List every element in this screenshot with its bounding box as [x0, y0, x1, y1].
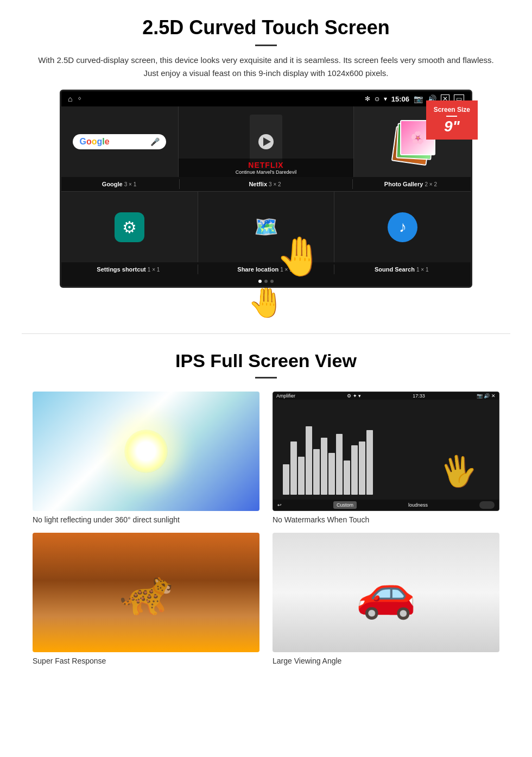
g-maps-container: 🗺️ — [254, 216, 278, 238]
settings-app-name: Settings shortcut — [97, 266, 145, 273]
amp-hand-icon: 🖐 — [437, 451, 480, 492]
eq-bar-11 — [359, 441, 365, 495]
status-time: 15:06 — [391, 95, 409, 103]
status-bar: ⌂ ᛜ ✻ ⊙ ▾ 15:06 📷 🔊 ✕ ▭ — [61, 91, 471, 106]
car-image: 🚗 — [273, 533, 499, 652]
label-share-location: Share location 1 × 1 — [198, 264, 335, 274]
netflix-logo: NETFLIX — [183, 161, 349, 169]
share-app-name: Share location — [237, 266, 278, 273]
photos-app-name: Photo Gallery — [384, 181, 423, 187]
eq-bar-2 — [290, 441, 297, 495]
bluetooth-icon: ✻ — [365, 95, 370, 103]
app-grid-top: Google 🎤 — [61, 106, 471, 177]
google-app-name: Google — [102, 181, 123, 187]
wifi-icon: ▾ — [384, 95, 387, 103]
google-search-bar[interactable]: Google 🎤 — [73, 134, 166, 149]
section2-title: IPS Full Screen View — [33, 350, 499, 371]
amp-icons: ⚙ ✦ ▾ — [347, 393, 361, 399]
camera-icon: 📷 — [414, 94, 423, 103]
image-box-amplifier: Amplifier ⚙ ✦ ▾ 17:33 📷 🔊 ✕ — [273, 392, 499, 524]
screen-size-badge: Screen Size 9" — [426, 100, 478, 140]
sunlight-image — [33, 392, 259, 511]
app-cell-netflix[interactable]: NETFLIX Continue Marvel's Daredevil — [179, 106, 354, 177]
photos-app-dim: 2 × 2 — [425, 181, 437, 187]
app-cell-share-location[interactable]: 🗺️ 🤚 — [198, 192, 335, 262]
usb-icon: ᛜ — [78, 95, 81, 103]
settings-cell-content: ⚙ — [61, 192, 198, 262]
eq-bar-9 — [344, 460, 350, 495]
image-grid-bottom: 🐆 Super Fast Response 🚗 Large Viewing An… — [33, 533, 499, 665]
section1-divider — [255, 45, 277, 46]
image-grid-top: No light reflecting under 360° direct su… — [33, 392, 499, 524]
car-icon: 🚗 — [356, 564, 416, 621]
eq-bar-3 — [298, 457, 305, 495]
sunlight-caption: No light reflecting under 360° direct su… — [33, 515, 259, 524]
cheetah-icon: 🐆 — [119, 567, 173, 618]
app-grid-bottom: ⚙ 🗺️ 🤚 ♪ — [61, 191, 471, 262]
app-labels-bottom: Settings shortcut 1 × 1 Share location 1… — [61, 262, 471, 276]
image-box-car: 🚗 Large Viewing Angle — [273, 533, 499, 665]
google-logo: Google — [79, 137, 109, 147]
device-mockup: Screen Size 9" ⌂ ᛜ ✻ ⊙ ▾ 15:06 📷 🔊 ✕ — [60, 90, 472, 288]
netflix-cell-content: NETFLIX Continue Marvel's Daredevil — [179, 106, 353, 177]
section-ips-screen: IPS Full Screen View No light reflecting… — [0, 339, 532, 690]
amplifier-image: Amplifier ⚙ ✦ ▾ 17:33 📷 🔊 ✕ — [273, 392, 499, 511]
sound-search-icon: ♪ — [388, 212, 417, 242]
amplifier-caption: No Watermarks When Touch — [273, 515, 499, 524]
hand-below-icon: 🤚 — [248, 285, 285, 320]
section1-title: 2.5D Curved Touch Screen — [33, 16, 499, 39]
netflix-subtitle: Continue Marvel's Daredevil — [183, 169, 349, 175]
app-cell-settings[interactable]: ⚙ — [61, 192, 198, 262]
label-netflix: Netflix 3 × 2 — [180, 179, 353, 189]
eq-bar-6 — [321, 438, 327, 495]
eq-bar-12 — [366, 430, 373, 495]
app-cell-sound-search[interactable]: ♪ — [334, 192, 471, 262]
eq-bar-5 — [313, 449, 320, 495]
label-settings: Settings shortcut 1 × 1 — [61, 264, 198, 274]
loudness-toggle[interactable] — [479, 501, 495, 509]
section1-description: With 2.5D curved-display screen, this de… — [33, 54, 499, 80]
device-screen: ⌂ ᛜ ✻ ⊙ ▾ 15:06 📷 🔊 ✕ ▭ — [60, 90, 472, 288]
section-curved-screen: 2.5D Curved Touch Screen With 2.5D curve… — [0, 0, 532, 328]
label-google: Google 3 × 1 — [61, 179, 180, 189]
app-labels-top: Google 3 × 1 Netflix 3 × 2 Photo Gallery… — [61, 177, 471, 191]
eq-bar-4 — [306, 426, 312, 495]
mic-icon: 🎤 — [150, 137, 160, 146]
sun-burst — [124, 430, 168, 473]
cheetah-image: 🐆 — [33, 533, 259, 652]
amp-status-bar: Amplifier ⚙ ✦ ▾ 17:33 📷 🔊 ✕ — [273, 392, 499, 400]
image-box-sunlight: No light reflecting under 360° direct su… — [33, 392, 259, 524]
custom-button[interactable]: Custom — [333, 501, 357, 509]
status-bar-left: ⌂ ᛜ — [68, 94, 81, 103]
eq-bar-8 — [336, 434, 343, 495]
section2-divider — [255, 377, 277, 379]
amp-back-icon: ↩ — [277, 502, 282, 508]
label-sound-search: Sound Search 1 × 1 — [334, 264, 471, 274]
netflix-overlay: NETFLIX Continue Marvel's Daredevil — [179, 159, 353, 177]
play-triangle-icon — [263, 137, 271, 146]
share-cell-content: 🗺️ 🤚 — [198, 192, 334, 262]
app-cell-google[interactable]: Google 🎤 — [61, 106, 179, 177]
car-caption: Large Viewing Angle — [273, 657, 499, 665]
sound-cell-content: ♪ — [334, 192, 471, 262]
image-box-cheetah: 🐆 Super Fast Response — [33, 533, 259, 665]
settings-app-dim: 1 × 1 — [148, 267, 160, 273]
hand-area: 🤚 — [33, 290, 499, 317]
amp-right-icons: 📷 🔊 ✕ — [477, 393, 496, 399]
google-cell-content: Google 🎤 — [61, 106, 178, 177]
pagination-dots — [61, 276, 471, 286]
eq-bar-10 — [351, 445, 358, 495]
badge-label: Screen Size — [434, 106, 470, 113]
eq-bar-7 — [328, 453, 335, 495]
play-button[interactable] — [258, 134, 274, 149]
amp-time: 17:33 — [413, 393, 425, 399]
section-divider — [22, 333, 510, 334]
amp-loudness-label: loudness — [408, 502, 428, 508]
badge-divider — [446, 116, 457, 117]
sound-app-name: Sound Search — [375, 266, 415, 273]
share-app-dim: 1 × 1 — [280, 267, 293, 273]
label-photos: Photo Gallery 2 × 2 — [353, 179, 471, 189]
amp-title: Amplifier — [276, 393, 295, 399]
amp-bottom-bar: ↩ Custom loudness — [273, 500, 499, 510]
home-icon[interactable]: ⌂ — [68, 94, 72, 103]
